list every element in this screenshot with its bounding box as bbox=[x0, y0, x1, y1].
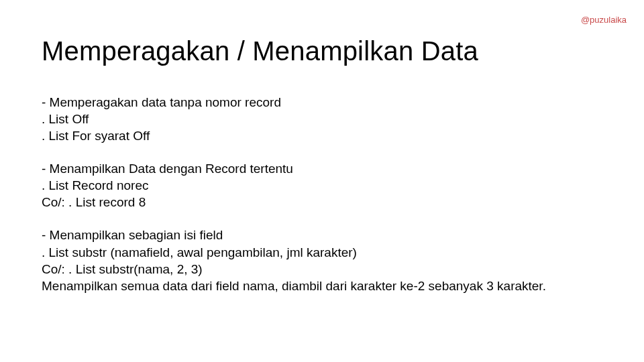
text-line: . List substr (namafield, awal pengambil… bbox=[42, 244, 546, 261]
text-line: - Memperagakan data tanpa nomor record bbox=[42, 94, 546, 111]
section-3: - Menampilkan sebagian isi field . List … bbox=[42, 227, 546, 294]
watermark: @puzulaika bbox=[581, 15, 627, 25]
text-line: . List Off bbox=[42, 111, 546, 127]
slide-content: - Memperagakan data tanpa nomor record .… bbox=[42, 94, 546, 310]
text-line: - Menampilkan Data dengan Record tertent… bbox=[42, 160, 546, 177]
text-line: Menampilkan semua data dari field nama, … bbox=[42, 278, 546, 294]
text-line: Co/: . List substr(nama, 2, 3) bbox=[42, 261, 546, 278]
page-title: Memperagakan / Menampilkan Data bbox=[42, 36, 478, 66]
section-1: - Memperagakan data tanpa nomor record .… bbox=[42, 94, 546, 144]
text-line: . List For syarat Off bbox=[42, 127, 546, 144]
text-line: . List Record norec bbox=[42, 177, 546, 194]
section-2: - Menampilkan Data dengan Record tertent… bbox=[42, 160, 546, 210]
text-line: - Menampilkan sebagian isi field bbox=[42, 227, 546, 243]
text-line: Co/: . List record 8 bbox=[42, 194, 546, 210]
